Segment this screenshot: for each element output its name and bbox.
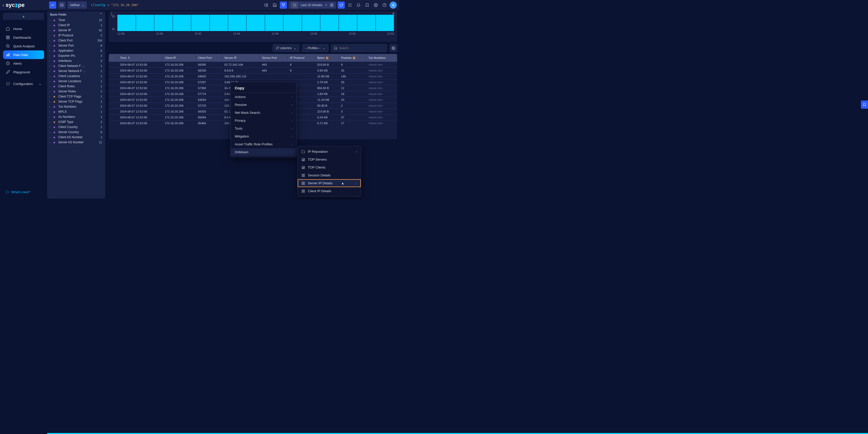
table-cell[interactable]: <blank list> xyxy=(366,62,397,68)
table-cell[interactable]: 172.16.20.206 xyxy=(162,103,195,109)
table-cell[interactable]: 856.00 B xyxy=(315,85,339,91)
chart-bar[interactable] xyxy=(191,15,210,31)
context-menu-item[interactable]: Tools› xyxy=(231,124,297,132)
nav-item-quick-analysis[interactable]: Quick Analysis xyxy=(3,42,44,51)
gear-icon[interactable] xyxy=(372,2,379,9)
table-cell[interactable]: 11.24 KB xyxy=(315,97,339,103)
submenu-item[interactable]: Server IP Details⋮ xyxy=(298,179,361,187)
table-cell[interactable]: 17 xyxy=(338,120,366,126)
table-settings-icon[interactable] xyxy=(390,44,397,52)
table-cell[interactable]: <blank list> xyxy=(366,91,397,97)
chart-bar[interactable] xyxy=(173,15,191,31)
table-cell[interactable]: <blank list> xyxy=(366,97,397,103)
table-cell[interactable]: 65094 xyxy=(195,115,222,120)
field-row[interactable]: ›◈Server AS Number11 xyxy=(47,140,105,145)
table-row[interactable]: 2024-08-07 12:52:00172.16.20.2065828552.… xyxy=(109,62,397,68)
table-header[interactable]: Client Port xyxy=(195,54,222,62)
query-input[interactable]: clientIp = "172.16.20.206" xyxy=(89,3,139,7)
bookmark-icon[interactable] xyxy=(364,2,371,9)
field-row[interactable]: ›◈Exporter IPs2 xyxy=(47,53,105,58)
profiles-dropdown[interactable]: – Profiles – ⌄ xyxy=(302,44,329,52)
table-cell[interactable]: 533.00 B xyxy=(315,62,339,68)
table-cell[interactable]: 8.8.8.8 xyxy=(222,68,259,73)
search-input[interactable] xyxy=(339,46,384,50)
table-cell[interactable] xyxy=(109,68,117,73)
table-cell[interactable]: 58203 xyxy=(195,109,222,115)
help-icon[interactable] xyxy=(381,2,388,9)
table-cell[interactable]: 52.72.242.104 xyxy=(222,62,259,68)
field-row[interactable]: ›◈As Numbers1 xyxy=(47,114,105,119)
save-query-icon[interactable] xyxy=(271,2,278,9)
table-cell[interactable]: 6 xyxy=(287,62,315,68)
nav-item-playground[interactable]: Playground xyxy=(3,68,44,76)
table-cell[interactable]: <blank list> xyxy=(366,80,397,85)
submenu-item[interactable]: TOP Servers xyxy=(298,156,361,163)
field-row[interactable]: ›◈Server TCP Flags1 xyxy=(47,99,105,104)
chart-bar[interactable] xyxy=(302,15,320,31)
field-row[interactable]: ›◈Client Roles1 xyxy=(47,84,105,89)
table-cell[interactable]: <blank list> xyxy=(366,85,397,91)
table-cell[interactable]: 1.60 KB xyxy=(315,91,339,97)
table-cell[interactable]: 172.16.20.206 xyxy=(162,73,195,80)
clear-query-icon[interactable] xyxy=(262,2,270,9)
table-cell[interactable]: 63634 xyxy=(195,97,222,103)
back-icon[interactable]: ‹ xyxy=(3,3,4,8)
field-row[interactable]: ›◈Interfaces3 xyxy=(47,58,105,63)
field-row[interactable]: ›◈Client TCP Flags1 xyxy=(47,94,105,99)
field-row[interactable]: ›◈Server Port6 xyxy=(47,43,105,48)
nav-item-dashboards[interactable]: Dashboards xyxy=(3,33,44,42)
field-row[interactable]: ›◈Server Roles2 xyxy=(47,89,105,94)
table-cell[interactable]: 172.16.20.206 xyxy=(162,68,195,73)
table-cell[interactable]: 57774 xyxy=(195,91,222,97)
table-header[interactable]: IP Protocol xyxy=(287,54,315,62)
table-cell[interactable]: 172.16.20.206 xyxy=(162,62,195,68)
table-header[interactable]: Client IP xyxy=(162,54,195,62)
submenu-item[interactable]: TOP Clients xyxy=(298,163,361,171)
table-cell[interactable]: 58256 xyxy=(195,68,222,73)
table-cell[interactable]: 55464 xyxy=(195,120,222,126)
table-cell[interactable]: 58285 xyxy=(195,62,222,68)
table-cell[interactable]: 142.250.180.110 xyxy=(222,73,259,80)
more-icon[interactable]: ⋮ xyxy=(354,181,357,185)
submenu-item[interactable]: Session Details xyxy=(298,171,361,179)
table-cell[interactable]: 145 xyxy=(338,73,366,80)
close-icon[interactable]: ✕ xyxy=(325,3,328,7)
table-cell[interactable]: 2024-08-07 12:52:00 xyxy=(117,62,162,68)
nav-configuration[interactable]: Configuration ⌄ xyxy=(3,80,44,88)
context-menu-item[interactable]: Mitigation› xyxy=(231,132,297,140)
table-row[interactable]: 2024-08-07 12:52:00172.16.20.206582568.8… xyxy=(109,68,397,73)
table-cell[interactable]: 2024-08-07 12:52:00 xyxy=(117,73,162,80)
field-row[interactable]: ›◈Client IP1 xyxy=(47,23,105,28)
chart-bar[interactable] xyxy=(117,15,136,31)
table-cell[interactable]: 2024-08-07 12:52:00 xyxy=(117,68,162,73)
table-cell[interactable]: 54932 xyxy=(195,73,222,80)
field-row[interactable]: ›◈Tos Numbers1 xyxy=(47,104,105,109)
table-header[interactable]: Server IP xyxy=(222,54,259,62)
table-cell[interactable]: 2024-08-07 12:52:00 xyxy=(117,103,162,109)
table-cell[interactable]: <blank list> xyxy=(366,68,397,73)
table-cell[interactable]: 25 xyxy=(338,68,366,73)
timerange-picker[interactable]: Last 15 minutes ✕ xyxy=(288,2,336,9)
table-cell[interactable]: 57297 xyxy=(195,80,222,85)
field-row[interactable]: ›◈Server Country6 xyxy=(47,130,105,135)
submenu-item[interactable]: Client IP Details xyxy=(298,187,361,195)
stream-icon[interactable] xyxy=(58,2,65,9)
table-cell[interactable]: 37 xyxy=(338,115,366,120)
table-cell[interactable]: <blank list> xyxy=(366,120,397,126)
table-cell[interactable]: 23 xyxy=(338,97,366,103)
chart-bar[interactable] xyxy=(357,15,376,31)
table-row[interactable]: 2024-08-07 12:52:00172.16.20.20654932142… xyxy=(109,73,397,80)
mode-toggle-button[interactable] xyxy=(49,2,56,9)
table-cell[interactable]: 3 xyxy=(338,109,366,115)
refresh-button[interactable] xyxy=(338,2,345,9)
table-cell[interactable] xyxy=(287,73,315,80)
table-cell[interactable] xyxy=(109,73,117,80)
table-cell[interactable]: 443 xyxy=(259,68,287,73)
table-cell[interactable]: 3.95 KB xyxy=(315,68,339,73)
chart-bar[interactable] xyxy=(228,15,246,31)
chart-bar[interactable] xyxy=(283,15,302,31)
table-header[interactable]: Bytes▦ xyxy=(315,54,339,62)
collapse-icon[interactable]: ⌃ xyxy=(100,13,102,16)
table-cell[interactable]: 92.00 B xyxy=(315,103,339,109)
chart-bars[interactable] xyxy=(117,15,394,31)
